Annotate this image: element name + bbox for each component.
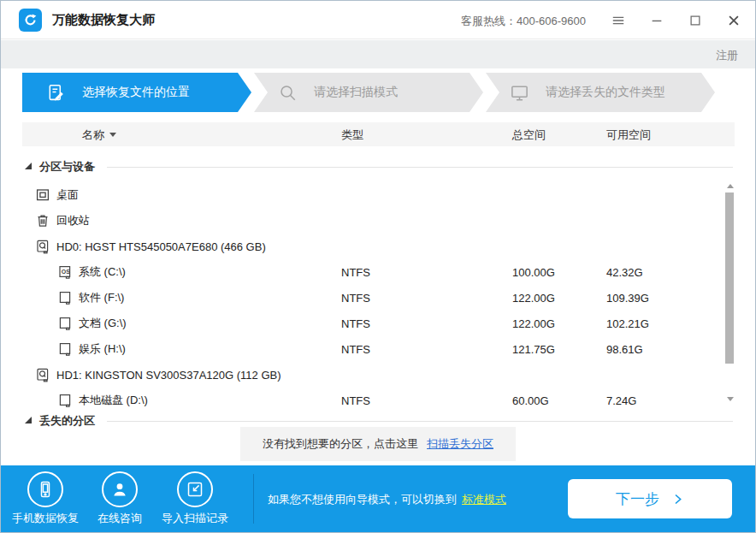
person-icon (102, 471, 138, 507)
row-name: 桌面 (56, 187, 79, 203)
window-controls (611, 1, 741, 39)
footer-divider (253, 474, 254, 524)
sort-descending-icon (109, 133, 116, 137)
footer-bar: 手机数据恢复 在线咨询 导入扫描记录 如果您不想使用向导模式，可以切换到标准模式… (1, 465, 755, 532)
row-type: NTFS (341, 394, 370, 407)
drive-icon (57, 316, 73, 331)
row-name: 软件 (F:\) (79, 290, 124, 305)
action-label: 导入扫描记录 (151, 511, 239, 526)
section-label: 分区与设备 (39, 159, 95, 175)
row-total: 122.00G (512, 292, 555, 305)
column-header-free[interactable]: 可用空间 (606, 127, 651, 143)
section-partitions-devices[interactable]: 分区与设备 (22, 159, 735, 175)
desktop-icon (35, 187, 50, 203)
phone-icon (27, 471, 63, 507)
step-label: 选择恢复文件的位置 (82, 85, 190, 100)
table-row[interactable]: 娱乐 (H:\)NTFS121.75G98.61G (22, 336, 735, 362)
svg-text:OS: OS (62, 269, 70, 275)
register-link[interactable]: 注册 (716, 48, 738, 63)
recycle-bin-icon (35, 213, 50, 228)
row-total: 121.75G (512, 343, 555, 356)
app-title: 万能数据恢复大师 (52, 12, 155, 28)
step-select-file-type[interactable]: 请选择丢失的文件类型 (486, 73, 715, 112)
table-row[interactable]: HD0: HGST HTS545050A7E680 (466 GB) (22, 234, 735, 259)
import-scan-record-button[interactable]: 导入扫描记录 (151, 471, 239, 526)
titlebar: 万能数据恢复大师 客服热线：400-606-9600 (1, 1, 755, 39)
partition-list: 桌面回收站HD0: HGST HTS545050A7E680 (466 GB)O… (22, 182, 735, 410)
standard-mode-link[interactable]: 标准模式 (462, 493, 506, 506)
maximize-icon[interactable] (688, 13, 703, 28)
os-drive-icon: OS (57, 264, 73, 280)
row-free: 102.21G (606, 317, 649, 330)
row-free: 109.39G (606, 292, 649, 305)
table-row[interactable]: 软件 (F:\)NTFS122.00G109.39G (22, 285, 735, 311)
step-label: 请选择丢失的文件类型 (546, 85, 665, 100)
hdd-icon (35, 239, 50, 254)
column-header-name[interactable]: 名称 (82, 127, 116, 143)
row-free: 7.24G (606, 394, 636, 407)
partition-list-viewport: 桌面回收站HD0: HGST HTS545050A7E680 (466 GB)O… (22, 181, 735, 410)
column-header-type[interactable]: 类型 (341, 127, 363, 143)
row-total: 60.00G (512, 394, 549, 407)
table-row[interactable]: 本地磁盘 (D:\)NTFS60.00G7.24G (22, 388, 735, 410)
row-name: 本地磁盘 (D:\) (79, 393, 148, 408)
close-icon[interactable] (726, 13, 741, 28)
drive-icon (57, 393, 73, 408)
row-type: NTFS (341, 266, 370, 279)
magnifier-icon (278, 83, 298, 103)
row-type: NTFS (341, 317, 370, 330)
row-total: 100.00G (512, 266, 555, 279)
column-header-total[interactable]: 总空间 (512, 127, 546, 143)
step-select-scan-mode[interactable]: 请选择扫描模式 (254, 73, 483, 112)
hdd-icon (35, 367, 50, 382)
table-row[interactable]: 桌面 (22, 182, 735, 208)
scrollbar[interactable] (725, 181, 735, 401)
scrollbar-thumb[interactable] (725, 192, 734, 364)
table-row[interactable]: OS系统 (C:\)NTFS100.00G42.32G (22, 259, 735, 285)
scroll-up-icon[interactable] (727, 184, 734, 188)
expanded-triangle-icon (25, 163, 32, 169)
row-name: HD0: HGST HTS545050A7E680 (466 GB) (56, 240, 266, 253)
drive-icon (57, 290, 73, 305)
document-pen-icon (46, 83, 66, 103)
row-name: HD1: KINGSTON SV300S37A120G (112 GB) (56, 369, 281, 382)
row-type: NTFS (341, 292, 370, 305)
row-name: 系统 (C:\) (79, 264, 126, 280)
subbar: 注册 (1, 40, 755, 68)
table-row[interactable]: 回收站 (22, 208, 735, 234)
row-name: 回收站 (56, 213, 90, 228)
row-free: 42.32G (606, 266, 643, 279)
wizard-steps: 选择恢复文件的位置 请选择扫描模式 请选择丢失的文件类型 (22, 73, 715, 112)
step-select-location[interactable]: 选择恢复文件的位置 (22, 73, 251, 112)
table-header: 名称 类型 总空间 可用空间 (22, 122, 735, 146)
section-label: 丢失的分区 (39, 413, 95, 429)
notice-text: 没有找到想要的分区，点击这里 (263, 437, 418, 450)
row-name: 娱乐 (H:\) (79, 341, 126, 357)
monitor-icon (510, 83, 529, 103)
hint-text: 如果您不想使用向导模式，可以切换到 (268, 493, 457, 506)
scroll-down-icon[interactable] (727, 397, 734, 401)
menu-icon[interactable] (611, 13, 626, 28)
step-label: 请选择扫描模式 (314, 85, 398, 100)
app-window: 万能数据恢复大师 客服热线：400-606-9600 注册 选择恢复文件的位置 (0, 0, 756, 533)
scan-lost-partition-link[interactable]: 扫描丢失分区 (427, 437, 493, 450)
app-logo-icon (19, 9, 42, 32)
drive-icon (57, 341, 73, 357)
table-row[interactable]: 文档 (G:\)NTFS122.00G102.21G (22, 311, 735, 336)
lost-partition-notice: 没有找到想要的分区，点击这里扫描丢失分区 (240, 427, 516, 461)
mode-hint: 如果您不想使用向导模式，可以切换到标准模式 (268, 492, 506, 507)
expanded-triangle-icon (25, 417, 32, 423)
chevron-right-icon (671, 493, 684, 506)
next-step-button[interactable]: 下一步 (568, 479, 732, 518)
section-divider (107, 421, 733, 422)
row-total: 122.00G (512, 317, 555, 330)
minimize-icon[interactable] (649, 13, 664, 28)
table-row[interactable]: HD1: KINGSTON SV300S37A120G (112 GB) (22, 362, 735, 388)
row-name: 文档 (G:\) (79, 316, 127, 331)
import-icon (177, 471, 213, 507)
section-divider (107, 167, 733, 168)
next-step-label: 下一步 (616, 489, 659, 509)
hotline-text: 客服热线：400-606-9600 (461, 14, 586, 29)
row-free: 98.61G (606, 343, 643, 356)
row-type: NTFS (341, 343, 370, 356)
